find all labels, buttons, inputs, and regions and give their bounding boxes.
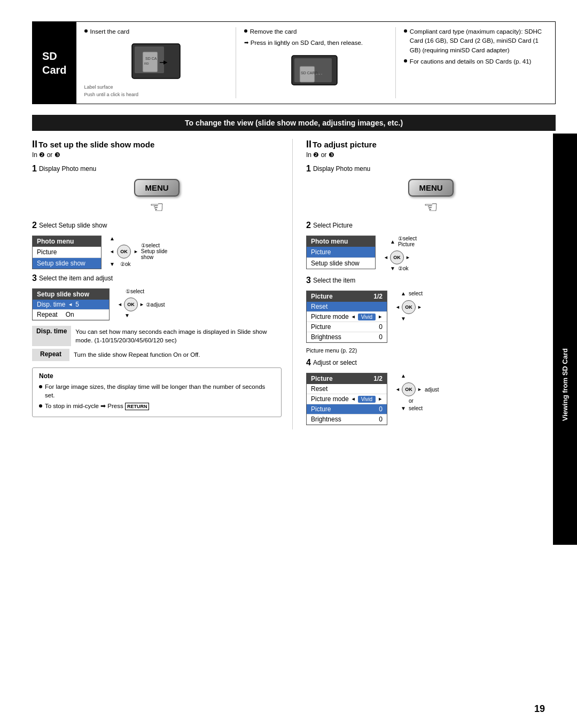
s3r-select: select xyxy=(409,291,423,296)
insert-text: Insert the card xyxy=(90,27,130,36)
right-menu-box-header: Photo menu xyxy=(307,236,375,247)
picture-row-val: 0 xyxy=(379,323,383,331)
mode-left-arr-4: ◄ xyxy=(351,396,356,402)
ok-row: ◄ OK ► ①selectSetup slideshow xyxy=(110,242,167,260)
sd-remove-section: Remove the card ➡ Press in lightly on SD… xyxy=(236,27,396,98)
right-step-4: 4 Adjust or select xyxy=(306,358,556,367)
note-item-2: To stop in mid-cycle ➡ Press RETURN xyxy=(39,402,275,410)
disp-info-text: You can set how many seconds each image … xyxy=(75,326,282,346)
step3-controls: ①select ◄ OK ► ②adjust ▼ xyxy=(118,288,165,318)
brightness-label-4: Brightness xyxy=(311,416,341,423)
r-up-arrow-row: ▲ ①selectPicture xyxy=(384,236,417,247)
s4-adjust-label: adjust xyxy=(425,387,439,393)
right-hand-icon: ☜ xyxy=(424,198,438,216)
right-menu-box-container: Photo menu Picture Setup slide show ▲ ①s… xyxy=(306,236,556,271)
right-title: IITo adjust picture xyxy=(306,139,556,150)
s4-up-arr: ▲ xyxy=(401,373,406,379)
r-ok-row: ◄ OK ► xyxy=(384,251,410,264)
right-subtitle: In ❷ or ❸ xyxy=(306,151,556,159)
right-step-num-3: 3 xyxy=(306,276,311,285)
mode-right-arr: ► xyxy=(378,314,383,319)
r-ok-label: ②ok xyxy=(398,265,409,271)
s3r-ok-row: ◄ OK ► xyxy=(395,300,423,314)
step3-down: ▼ xyxy=(124,312,165,318)
r-right-arr: ► xyxy=(406,255,410,260)
picture-row-brightness-4[interactable]: Brightness 0 xyxy=(307,414,387,425)
r-up-arrow: ▲ xyxy=(390,239,395,245)
page-number: 19 xyxy=(534,703,545,715)
picture-header-page-4: 1/2 xyxy=(373,375,383,382)
press-bullet: ➡ Press in lightly on SD Card, then rele… xyxy=(244,38,387,48)
slideshow-box-container: Setup slide show Disp. time ◄ 5 Repeat O… xyxy=(32,288,282,320)
right-menu-row-slideshow[interactable]: Setup slide show xyxy=(307,258,375,269)
step4-controls: ▲ ◄ OK ► adjust or ▼ select xyxy=(395,373,439,411)
picture-header-label-4: Picture xyxy=(311,375,333,382)
right-step-2: 2 Select Picture xyxy=(306,221,556,230)
arrow-right-icon: ➡ xyxy=(244,38,248,46)
s4-right-arr: ► xyxy=(417,387,422,392)
s3r-left-arr: ◄ xyxy=(395,304,400,310)
picture-row-mode-3[interactable]: Picture mode ◄ Vivid ► xyxy=(307,312,387,322)
slideshow-box: Setup slide show Disp. time ◄ 5 Repeat O… xyxy=(32,288,110,320)
menu-row-slideshow[interactable]: Setup slide show xyxy=(33,258,101,269)
note-bullet-2 xyxy=(39,404,42,408)
up-arrow-icon: ▲ xyxy=(110,236,115,241)
brightness-val-4: 0 xyxy=(379,416,383,423)
picture-row-reset-4[interactable]: Reset xyxy=(307,384,387,394)
picture-row-brightness-3[interactable]: Brightness 0 xyxy=(307,332,387,342)
insert-bullet: Insert the card xyxy=(84,27,228,36)
r-ok-button[interactable]: OK xyxy=(390,251,404,264)
page-container: SDCard Insert the card SD CA xyxy=(0,0,577,728)
s3r-ok-btn[interactable]: OK xyxy=(402,300,416,314)
step-num-2: 2 xyxy=(32,221,37,230)
note-title: Note xyxy=(39,372,275,380)
menu-button[interactable]: MENU xyxy=(134,179,179,197)
slideshow-row-repeat[interactable]: Repeat On xyxy=(33,310,109,320)
note-item-1: For large image sizes, the display time … xyxy=(39,382,275,400)
s3r-down: ▼ xyxy=(401,316,423,322)
left-step-3: 3 Select the item and adjust xyxy=(32,273,282,283)
s4-down-arr: ▼ xyxy=(401,405,406,411)
right-menu-row-picture[interactable]: Picture xyxy=(307,247,375,258)
vivid-btn-4: Vivid xyxy=(358,396,376,403)
picture-row-mode-4[interactable]: Picture mode ◄ Vivid ► xyxy=(307,394,387,404)
disp-value: 5 xyxy=(75,301,79,308)
s4-down: ▼ select xyxy=(395,405,439,411)
picture-row-reset-3[interactable]: Reset xyxy=(307,302,387,312)
right-arrow-icon: ► xyxy=(134,249,138,254)
picture-row-picture-3[interactable]: Picture 0 xyxy=(307,322,387,332)
disp-left-arrow: ◄ xyxy=(68,302,73,307)
repeat-label: Repeat xyxy=(37,311,58,318)
step3-down-arr: ▼ xyxy=(124,312,130,318)
picture-box-3: Picture 1/2 Reset Picture mode ◄ Vivid ►… xyxy=(306,291,387,343)
disp-label: Disp. time xyxy=(37,301,65,308)
s4-ok-btn[interactable]: OK xyxy=(402,382,416,396)
slideshow-row-disptime[interactable]: Disp. time ◄ 5 xyxy=(33,300,109,310)
right-menu-button[interactable]: MENU xyxy=(408,179,453,197)
brightness-label-3: Brightness xyxy=(311,333,341,341)
note-box: Note For large image sizes, the display … xyxy=(32,367,282,417)
picture-row-picture-4[interactable]: Picture 0 xyxy=(307,404,387,414)
compliant-text: Compliant card type (maximum capacity): … xyxy=(410,27,547,55)
right-step-2-label: Select Picture xyxy=(313,222,353,229)
sd-card-section: SDCard Insert the card SD CA xyxy=(32,21,556,104)
step3-up: ①select xyxy=(118,288,165,294)
picture-header-label: Picture xyxy=(311,293,333,300)
r-down-arrow: ▼ xyxy=(390,265,395,271)
hand-icon: ☜ xyxy=(150,198,164,216)
main-header-text: To change the view (slide show mode, adj… xyxy=(185,119,403,127)
up-arrow-row: ▲ xyxy=(110,236,115,241)
roman-numeral-right: II xyxy=(306,139,311,150)
left-column: IITo set up the slide show mode In ❷ or … xyxy=(32,139,293,429)
return-btn: RETURN xyxy=(125,403,150,410)
mode-label: Picture mode xyxy=(311,313,349,320)
bullet-dot-4 xyxy=(404,59,407,62)
remove-text: Remove the card xyxy=(250,27,297,36)
ok-button-3[interactable]: OK xyxy=(124,298,138,311)
left-step-2: 2 Select Setup slide show xyxy=(32,221,282,230)
ok-button[interactable]: OK xyxy=(117,245,131,259)
picture-box-header-4: Picture 1/2 xyxy=(307,373,387,384)
insert-card-svg: SD CA RD xyxy=(129,41,183,81)
step-1-label: Display Photo menu xyxy=(39,165,96,173)
right-step-num-2: 2 xyxy=(306,221,311,230)
